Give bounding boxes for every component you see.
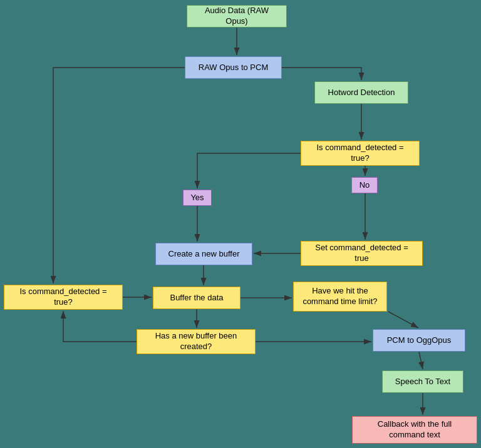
create-buffer-node: Create a new buffer	[155, 243, 252, 265]
set-cmd-detected-node: Set command_detected = true	[301, 241, 423, 266]
is-cmd-detected2-node: Is command_detected = true?	[4, 285, 123, 310]
raw-to-pcm-node: RAW Opus to PCM	[185, 56, 282, 79]
hotword-node: Hotword Detection	[314, 81, 408, 104]
is-cmd-detected1-node: Is command_detected = true?	[301, 141, 420, 166]
diagram-container: Audio Data (RAW Opus) RAW Opus to PCM Ho…	[0, 0, 481, 448]
new-buffer-created-node: Has a new buffer been created?	[137, 329, 256, 354]
svg-line-12	[419, 352, 423, 369]
svg-line-10	[388, 312, 418, 328]
hit-time-limit-node: Have we hit the command time limit?	[293, 282, 387, 312]
callback-node: Callback with the full command text	[352, 416, 477, 444]
speech-to-text-node: Speech To Text	[382, 370, 463, 393]
no-label-node: No	[351, 177, 378, 193]
pcm-to-ogg-node: PCM to OggOpus	[373, 329, 465, 352]
yes-label-node: Yes	[183, 190, 212, 206]
buffer-data-node: Buffer the data	[153, 287, 240, 309]
audio-data-node: Audio Data (RAW Opus)	[187, 5, 287, 28]
